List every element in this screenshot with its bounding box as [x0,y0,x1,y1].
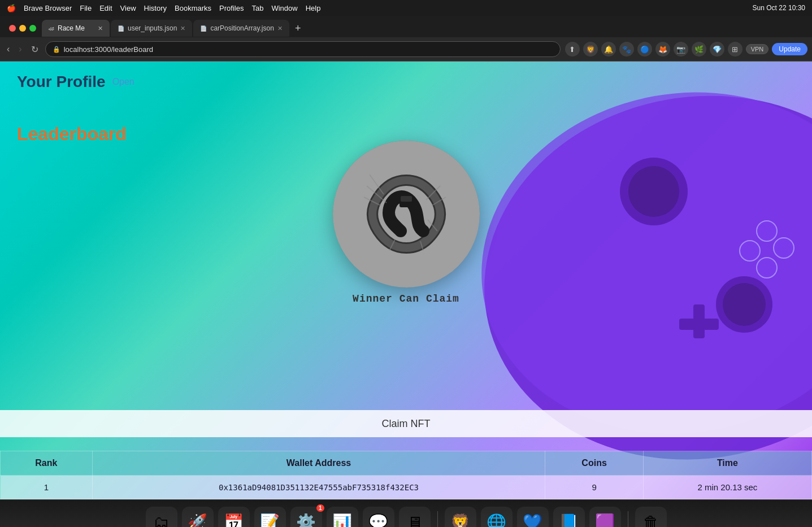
tab-race-me-label: Race Me [58,24,85,32]
profile-section: Your Profile Open [17,73,134,91]
reload-button[interactable]: ↻ [29,43,41,56]
toolbar: ‹ › ↻ 🔒 localhost:3000/leaderBoard ⬆ 🦁 🔔… [0,37,812,61]
col-rank: Rank [1,451,93,476]
nft-image [333,141,480,288]
svg-point-6 [757,221,777,241]
cell-time-1: 2 min 20.13 sec [643,476,811,499]
extension-3[interactable]: 🦊 [655,42,670,56]
menu-help[interactable]: Help [306,4,321,12]
brave-wallet-button[interactable]: 💎 [710,42,724,56]
profile-open-link[interactable]: Open [112,77,134,87]
address-bar[interactable]: 🔒 localhost:3000/leaderBoard [45,41,561,57]
extension-2[interactable]: 🔵 [637,42,652,56]
browser-content: Your Profile Open Leaderboard [0,62,812,499]
leaderboard-table-wrapper: Rank Wallet Address Coins Time 1 0x1361a… [0,451,812,499]
menu-bar-time: Sun Oct 22 10:30 [753,4,805,12]
menu-view[interactable]: View [120,4,136,12]
menu-tab[interactable]: Tab [251,4,263,12]
dock-calendar[interactable]: 📅 [218,507,250,528]
tab-user-inputs-favicon: 📄 [118,25,124,32]
menu-bookmarks[interactable]: Bookmarks [175,4,211,12]
update-button[interactable]: Update [772,43,807,55]
dock: 🗂 🚀 📅 📝 ⚙️ 1 📊 💬 🖥 🦁 🌐 💙 📘 🟪 🗑 [0,499,812,527]
menu-history[interactable]: History [144,4,167,12]
dock-brave[interactable]: 🦁 [445,507,476,528]
dock-teams[interactable]: 🟪 [589,507,621,528]
table-row: 1 0x1361aD94081D351132E47555abF735318f43… [1,476,812,499]
dock-separator-2 [628,511,628,528]
dock-word[interactable]: 📘 [553,507,585,528]
claim-nft-bar[interactable]: Claim NFT [0,410,812,437]
traffic-light-green[interactable] [29,25,36,32]
nft-circle-container: Winner Can Claim [333,141,480,304]
table-header-row: Rank Wallet Address Coins Time [1,451,812,476]
extension-1[interactable]: 🐾 [619,42,634,56]
brave-shield-button[interactable]: 🦁 [583,42,598,56]
dock-system-prefs[interactable]: ⚙️ 1 [290,507,322,528]
toolbar-icons: ⬆ 🦁 🔔 🐾 🔵 🦊 📷 🌿 💎 ⊞ VPN Update [565,42,807,56]
tab-user-inputs[interactable]: 📄 user_inputs.json ✕ [111,20,192,37]
dock-vscode[interactable]: 💙 [517,507,549,528]
svg-rect-14 [401,196,412,202]
tab-car-position-label: carPositionArray.json [210,24,274,32]
dock-notes[interactable]: 📝 [254,507,286,528]
brave-rewards-button[interactable]: 🔔 [601,42,616,56]
share-button[interactable]: ⬆ [565,42,580,56]
dock-system-prefs-badge: 1 [316,504,324,512]
cell-wallet-1: 0x1361aD94081D351132E47555abF735318f432E… [92,476,545,499]
dock-launchpad[interactable]: 🚀 [182,507,214,528]
menu-bar: 🍎 Brave Browser File Edit View History B… [0,0,812,16]
dock-separator [437,511,438,528]
tab-race-me[interactable]: 🏎 Race Me ✕ [42,20,110,37]
table-body: 1 0x1361aD94081D351132E47555abF735318f43… [1,476,812,499]
winner-text: Winner Can Claim [353,293,459,304]
menu-file[interactable]: File [80,4,92,12]
table-header: Rank Wallet Address Coins Time [1,451,812,476]
tab-bar: 🏎 Race Me ✕ 📄 user_inputs.json ✕ 📄 carPo… [0,16,812,37]
svg-point-1 [454,62,812,465]
vpn-button[interactable]: VPN [746,44,769,54]
svg-point-3 [628,166,679,217]
tab-race-me-close[interactable]: ✕ [98,25,103,32]
lock-icon: 🔒 [53,46,60,53]
col-time: Time [643,451,811,476]
apple-menu[interactable]: 🍎 [7,4,16,12]
svg-point-11 [723,283,766,326]
leaderboard-table: Rank Wallet Address Coins Time 1 0x1361a… [0,451,812,499]
dock-activity-monitor[interactable]: 📊 [327,507,358,528]
browser-chrome: 🏎 Race Me ✕ 📄 user_inputs.json ✕ 📄 carPo… [0,16,812,62]
tab-user-inputs-close[interactable]: ✕ [180,25,185,32]
traffic-light-red[interactable] [9,25,16,32]
traffic-lights [5,25,41,32]
extension-5[interactable]: 🌿 [692,42,706,56]
cell-rank-1: 1 [1,476,93,499]
svg-point-10 [716,276,772,333]
dock-terminal[interactable]: 🖥 [399,507,431,528]
svg-point-9 [757,258,777,278]
dock-finder[interactable]: 🗂 [146,507,177,528]
svg-rect-5 [679,319,719,330]
dock-messages[interactable]: 💬 [363,507,394,528]
traffic-light-yellow[interactable] [19,25,26,32]
menu-bar-left: 🍎 Brave Browser File Edit View History B… [7,4,320,12]
dock-chrome[interactable]: 🌐 [481,507,513,528]
menu-bar-right: Sun Oct 22 10:30 [753,4,805,12]
menu-profiles[interactable]: Profiles [219,4,244,12]
extension-4[interactable]: 📷 [674,42,688,56]
tab-car-position[interactable]: 📄 carPositionArray.json ✕ [193,20,289,37]
forward-button[interactable]: › [16,43,24,55]
sidebar-button[interactable]: ⊞ [728,42,742,56]
app-name[interactable]: Brave Browser [24,4,72,12]
menu-window[interactable]: Window [271,4,297,12]
back-button[interactable]: ‹ [5,43,12,55]
new-tab-button[interactable]: + [290,23,306,34]
menu-edit[interactable]: Edit [99,4,112,12]
svg-point-7 [774,238,794,258]
leaderboard-heading: Leaderboard [17,124,127,145]
svg-rect-4 [693,304,705,338]
tab-car-position-close[interactable]: ✕ [277,25,283,32]
dock-trash[interactable]: 🗑 [635,507,667,528]
page-background: Your Profile Open Leaderboard [0,62,812,499]
tab-user-inputs-label: user_inputs.json [128,24,177,32]
col-coins: Coins [545,451,643,476]
